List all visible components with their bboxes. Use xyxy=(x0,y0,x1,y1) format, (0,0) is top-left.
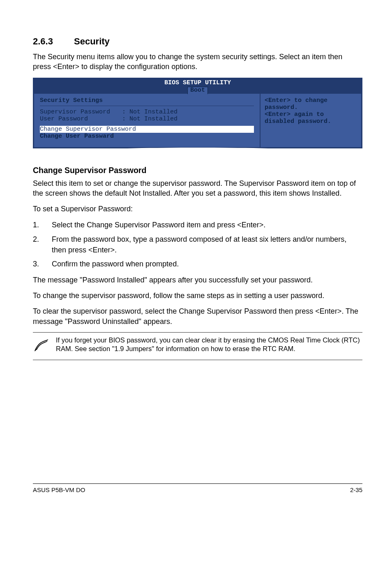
bios-row-supervisor: Supervisor Password: Not Installed xyxy=(40,109,254,116)
bios-help-line: <Enter> to change xyxy=(265,97,357,104)
bios-settings-heading: Security Settings xyxy=(40,97,254,104)
subsection-heading: Change Supervisor Password xyxy=(33,166,362,175)
torn-edge-decoration xyxy=(33,148,362,157)
list-item: 3.Confirm the password when prompted. xyxy=(33,259,362,269)
bios-row-value: : Not Installed xyxy=(122,109,178,116)
bios-screenshot: BIOS SETUP UTILITY Boot Security Setting… xyxy=(33,78,362,148)
section-heading: 2.6.3Security xyxy=(33,36,362,47)
section-title: Security xyxy=(74,36,110,46)
section-number: 2.6.3 xyxy=(33,36,74,47)
paragraph: To change the supervisor password, follo… xyxy=(33,291,362,301)
bios-row-user: User Password: Not Installed xyxy=(40,116,254,123)
step-text: Select the Change Supervisor Password it… xyxy=(52,220,265,230)
note-icon xyxy=(33,336,56,356)
paragraph: To set a Supervisor Password: xyxy=(33,204,362,214)
bios-help-line: <Enter> again to xyxy=(265,111,357,118)
list-item: 1.Select the Change Supervisor Password … xyxy=(33,220,362,230)
paragraph: Select this item to set or change the su… xyxy=(33,178,362,199)
bios-title-text: BIOS SETUP UTILITY xyxy=(34,80,361,87)
steps-list: 1.Select the Change Supervisor Password … xyxy=(33,220,362,269)
bios-selected-item: Change Supervisor Password xyxy=(40,126,254,133)
bios-help-line: disabled password. xyxy=(265,118,357,125)
step-number: 3. xyxy=(33,259,52,269)
bios-item-change-user: Change User Passward xyxy=(40,133,254,140)
bios-help-line: password. xyxy=(265,104,357,111)
step-text: From the password box, type a password c… xyxy=(52,234,362,255)
footer-right: 2-35 xyxy=(350,486,362,493)
bios-help-panel: <Enter> to change password. <Enter> agai… xyxy=(261,94,361,147)
intro-paragraph: The Security menu items allow you to cha… xyxy=(33,52,362,72)
bios-left-panel: Security Settings Supervisor Password: N… xyxy=(34,94,261,147)
list-item: 2.From the password box, type a password… xyxy=(33,234,362,255)
step-number: 1. xyxy=(33,220,52,230)
footer-left: ASUS P5B-VM DO xyxy=(33,486,85,493)
bios-row-value: : Not Installed xyxy=(122,116,178,123)
step-text: Confirm the password when prompted. xyxy=(52,259,179,269)
bios-title-bar: BIOS SETUP UTILITY Boot xyxy=(34,79,361,94)
page-footer: ASUS P5B-VM DO 2-35 xyxy=(33,483,362,493)
step-number: 2. xyxy=(33,234,52,255)
paragraph: To clear the supervisor password, select… xyxy=(33,306,362,326)
paragraph: The message "Password Installed" appears… xyxy=(33,275,362,285)
bios-row-label: Supervisor Password xyxy=(40,109,122,116)
bios-row-label: User Password xyxy=(40,116,122,123)
note-text: If you forget your BIOS password, you ca… xyxy=(56,336,362,356)
note-block: If you forget your BIOS password, you ca… xyxy=(33,332,362,360)
bios-tab-boot: Boot xyxy=(187,87,208,94)
bios-divider xyxy=(40,106,254,106)
